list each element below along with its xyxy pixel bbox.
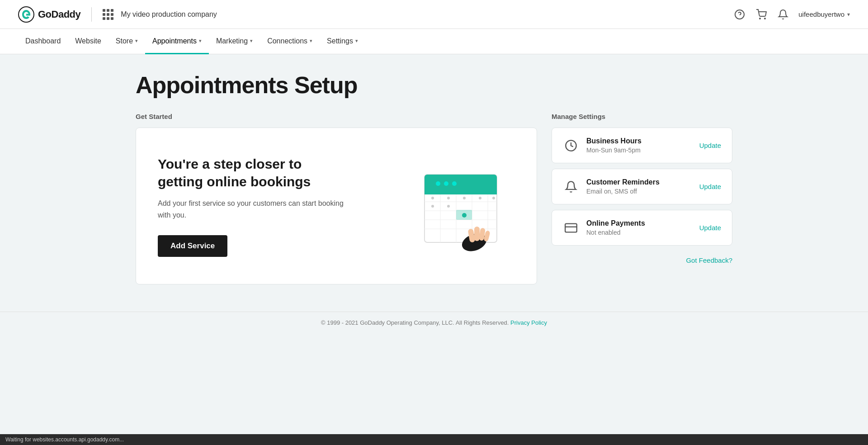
svg-point-8 [436,181,440,186]
card-description: Add your first service so your customers… [158,198,348,221]
manage-settings-section: Manage Settings Business Hours Mon-Sun 9… [552,113,732,265]
logo-text: GoDaddy [38,9,80,20]
online-payments-info: Online Payments Not enabled [586,219,692,236]
bell-icon [563,179,579,195]
cart-icon[interactable] [755,8,768,21]
nav-item-appointments[interactable]: Appointments ▾ [145,29,209,54]
topbar-divider [91,7,92,22]
card-icon [563,220,579,236]
user-menu-chevron: ▾ [847,11,850,18]
customer-reminders-subtitle: Email on, SMS off [586,188,692,195]
company-name: My video production company [121,10,217,19]
notification-icon[interactable] [777,8,789,21]
svg-rect-30 [474,227,480,241]
help-icon[interactable] [733,8,746,21]
svg-point-21 [463,197,466,199]
page-title: Appointments Setup [136,72,732,98]
customer-reminders-title: Customer Reminders [586,178,692,186]
svg-point-22 [479,197,481,199]
svg-point-24 [431,205,434,208]
store-chevron: ▾ [135,38,138,44]
card-content: You're a step closer to getting online b… [158,155,348,257]
svg-point-9 [444,181,448,186]
svg-point-19 [431,197,434,199]
user-menu[interactable]: uifeedbuyertwo ▾ [798,10,850,18]
svg-point-20 [447,197,450,199]
business-hours-info: Business Hours Mon-Sun 9am-5pm [586,137,692,154]
nav-item-marketing[interactable]: Marketing ▾ [209,29,260,54]
online-payments-update[interactable]: Update [699,224,721,232]
svg-rect-34 [565,223,577,232]
card-title: You're a step closer to getting online b… [158,155,348,190]
settings-card-customer-reminders: Customer Reminders Email on, SMS off Upd… [552,169,732,204]
get-started-label: Get Started [136,113,537,120]
add-service-button[interactable]: Add Service [158,235,227,257]
topbar-right: uifeedbuyertwo ▾ [733,8,850,21]
svg-rect-7 [425,186,497,194]
svg-point-4 [764,18,765,19]
main-nav: Dashboard Website Store ▾ Appointments ▾… [0,29,868,54]
footer: © 1999 - 2021 GoDaddy Operating Company,… [0,312,868,333]
customer-reminders-update[interactable]: Update [699,183,721,190]
nav-item-settings[interactable]: Settings ▾ [320,29,365,54]
main-content: Appointments Setup Get Started You're a … [118,54,750,312]
business-hours-update[interactable]: Update [699,142,721,149]
privacy-policy-link[interactable]: Privacy Policy [510,319,547,326]
nav-item-store[interactable]: Store ▾ [108,29,145,54]
customer-reminders-info: Customer Reminders Email on, SMS off [586,178,692,195]
got-feedback-section: Got Feedback? [552,256,732,265]
appointments-chevron: ▾ [199,38,202,44]
nav-item-website[interactable]: Website [68,29,108,54]
footer-text: © 1999 - 2021 GoDaddy Operating Company,… [321,319,509,326]
get-started-card: You're a step closer to getting online b… [136,128,537,284]
user-name: uifeedbuyertwo [798,10,844,18]
calendar-illustration [415,161,515,251]
content-layout: Get Started You're a step closer to gett… [136,113,732,284]
svg-point-27 [462,213,467,218]
nav-item-connections[interactable]: Connections ▾ [260,29,320,54]
svg-point-10 [452,181,457,186]
got-feedback-link[interactable]: Got Feedback? [686,256,732,264]
topbar: GoDaddy My video production company [0,0,868,29]
settings-card-business-hours: Business Hours Mon-Sun 9am-5pm Update [552,128,732,163]
get-started-section: Get Started You're a step closer to gett… [136,113,537,284]
settings-cards: Business Hours Mon-Sun 9am-5pm Update [552,128,732,246]
nav-item-dashboard[interactable]: Dashboard [18,29,68,54]
svg-point-25 [447,205,450,208]
topbar-left: GoDaddy My video production company [18,6,217,23]
svg-point-23 [492,197,495,199]
business-hours-subtitle: Mon-Sun 9am-5pm [586,147,692,154]
svg-point-3 [760,18,760,19]
godaddy-logo[interactable]: GoDaddy [18,6,80,23]
settings-card-online-payments: Online Payments Not enabled Update [552,210,732,246]
business-hours-title: Business Hours [586,137,692,145]
godaddy-logo-icon [18,6,34,23]
marketing-chevron: ▾ [250,38,253,44]
manage-settings-label: Manage Settings [552,113,732,120]
connections-chevron: ▾ [310,38,312,44]
settings-chevron: ▾ [355,38,358,44]
grid-icon[interactable] [103,9,113,20]
online-payments-subtitle: Not enabled [586,229,692,236]
clock-icon [563,137,579,154]
online-payments-title: Online Payments [586,219,692,227]
